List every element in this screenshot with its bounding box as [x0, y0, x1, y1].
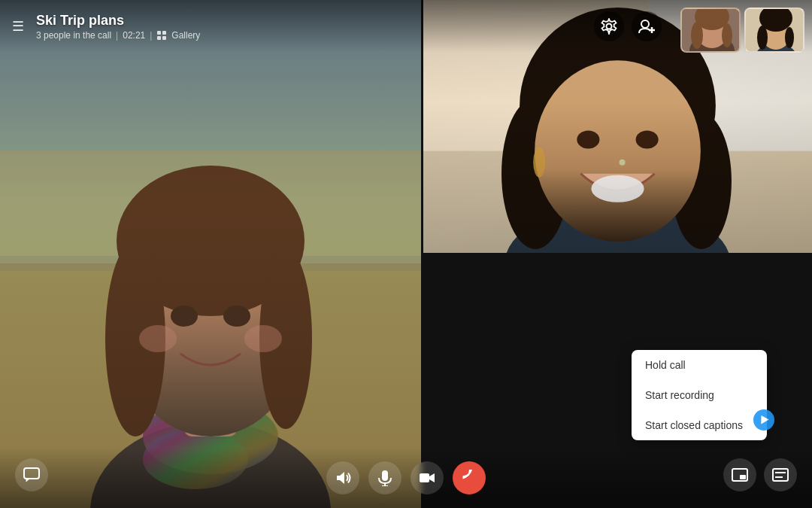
svg-point-26	[577, 131, 599, 149]
cursor-arrow-shape	[757, 413, 768, 424]
svg-point-16	[244, 325, 282, 352]
speaker-icon	[335, 470, 351, 486]
end-call-button[interactable]	[453, 461, 486, 494]
video-icon	[419, 470, 435, 486]
svg-rect-76	[24, 468, 39, 479]
gallery-icon	[156, 30, 167, 41]
separator: |	[116, 30, 118, 41]
svg-point-68	[691, 22, 703, 49]
thumb-participant-2[interactable]	[744, 8, 804, 53]
svg-point-74	[757, 26, 768, 50]
svg-rect-78	[382, 470, 388, 481]
svg-marker-82	[429, 473, 435, 482]
context-menu-item-captions[interactable]: Start closed captions	[632, 410, 767, 440]
svg-marker-77	[337, 472, 344, 484]
start-recording-label: Start recording	[645, 389, 714, 401]
bottom-right	[723, 458, 797, 491]
menu-icon[interactable]: ☰	[12, 18, 24, 35]
settings-button[interactable]	[594, 11, 624, 41]
svg-point-61	[641, 20, 649, 28]
pip-icon	[732, 467, 748, 483]
thumb-1-video	[682, 9, 741, 53]
settings-icon	[601, 18, 617, 35]
context-menu-item-record[interactable]: Start recording	[632, 380, 767, 410]
svg-point-13	[171, 306, 198, 327]
participant-thumbs	[680, 8, 804, 53]
end-call-icon	[461, 470, 477, 486]
more-button[interactable]	[764, 458, 797, 491]
pip-button[interactable]	[723, 458, 756, 491]
speaker-button[interactable]	[326, 461, 359, 494]
svg-point-28	[620, 160, 626, 166]
svg-point-69	[722, 23, 732, 47]
add-person-icon	[638, 18, 655, 35]
separator2: |	[150, 30, 152, 41]
chat-button[interactable]	[15, 458, 48, 491]
svg-point-15	[139, 325, 177, 352]
svg-rect-57	[162, 31, 166, 35]
cursor-indicator	[753, 409, 774, 430]
svg-rect-58	[157, 36, 161, 40]
more-icon	[772, 467, 789, 483]
svg-rect-85	[773, 469, 788, 481]
mic-icon	[377, 470, 393, 486]
chat-icon	[23, 467, 40, 483]
bottom-left	[15, 458, 48, 491]
participant-count: 3 people in the call	[36, 30, 111, 41]
add-person-button[interactable]	[632, 11, 662, 41]
svg-point-30	[591, 175, 644, 202]
svg-point-27	[636, 131, 659, 149]
svg-rect-56	[157, 31, 161, 35]
thumb-participant-1[interactable]	[680, 8, 741, 53]
thumb-2-video	[746, 9, 804, 53]
start-captions-label: Start closed captions	[645, 419, 743, 431]
main-video-cell	[0, 0, 421, 508]
top-right-controls	[594, 11, 662, 41]
video-button[interactable]	[411, 461, 444, 494]
view-label: Gallery	[171, 30, 200, 41]
context-menu: Hold call Start recording Start closed c…	[632, 350, 767, 440]
bottom-bar	[0, 448, 812, 508]
svg-point-25	[535, 60, 701, 242]
svg-point-60	[607, 24, 612, 29]
context-menu-item-hold[interactable]: Hold call	[632, 350, 767, 380]
svg-rect-84	[740, 475, 746, 479]
call-duration: 02:21	[123, 30, 145, 41]
svg-rect-81	[420, 473, 429, 482]
svg-point-14	[223, 306, 250, 327]
hold-call-label: Hold call	[645, 359, 686, 371]
svg-point-75	[785, 27, 794, 48]
svg-point-29	[533, 148, 545, 178]
mic-button[interactable]	[368, 461, 401, 494]
svg-rect-59	[162, 36, 166, 40]
